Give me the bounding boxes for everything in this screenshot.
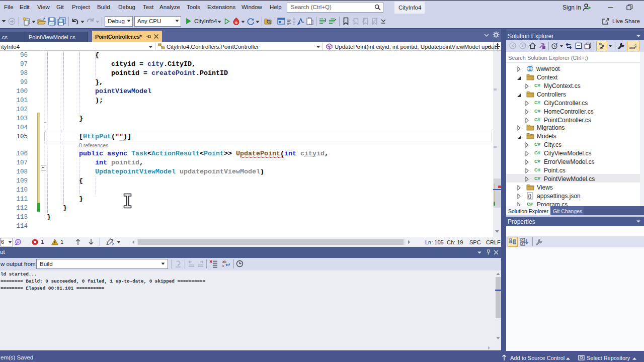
svg-text:Z: Z [521,242,523,245]
svg-text:ab: ab [222,260,226,263]
svg-text:{}: {} [528,194,532,199]
svg-text:c: c [222,264,224,267]
svg-text:A: A [521,238,523,241]
